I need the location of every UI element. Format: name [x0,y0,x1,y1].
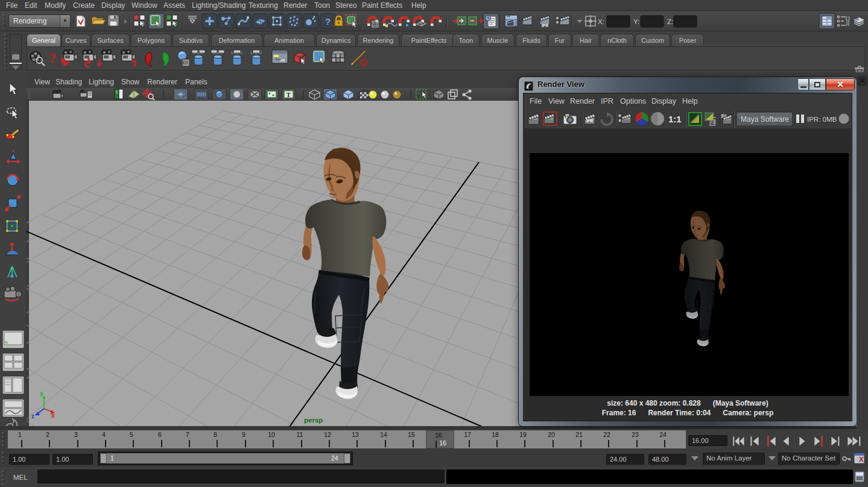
svg-text:X:: X: [598,18,604,25]
svg-text:Y:: Y: [633,18,639,25]
svg-text:?: ? [49,50,56,66]
svg-text:x: x [51,412,55,419]
svg-text:IPR: IPR [586,119,593,123]
svg-text:persp: persp [304,416,323,424]
svg-text:Z:: Z: [667,18,673,25]
svg-text:y: y [40,390,43,397]
svg-text:?: ? [325,16,331,27]
svg-text:T: T [287,91,291,98]
svg-text:IPR: IPR [542,24,548,28]
svg-text:IPR: 0MB: IPR: 0MB [807,116,837,123]
svg-text:Maya Software: Maya Software [741,115,789,124]
svg-text:z: z [31,413,34,419]
svg-text:1:1: 1:1 [668,114,682,124]
